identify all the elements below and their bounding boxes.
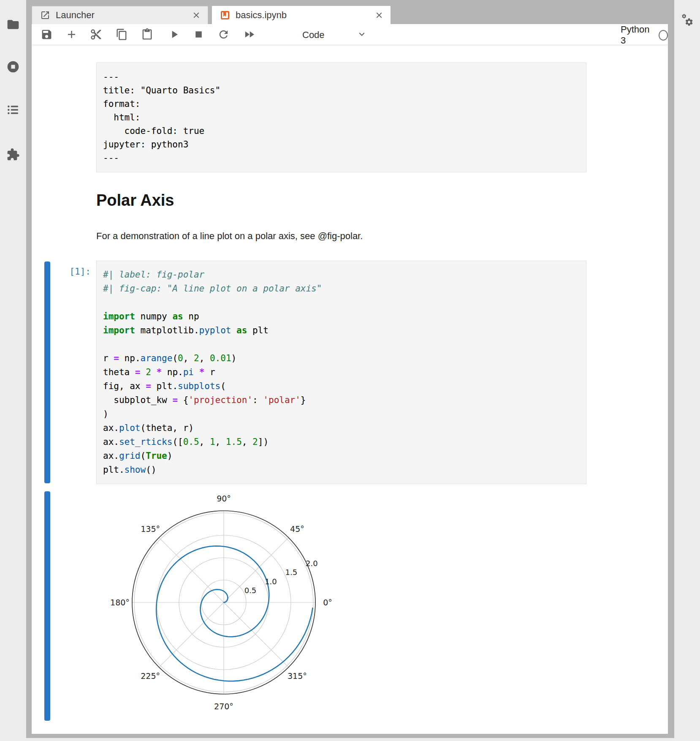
markdown-heading: Polar Axis [96,191,174,210]
folder-icon [6,18,20,33]
property-inspector-button[interactable] [674,8,700,35]
restart-kernel-button[interactable] [216,28,231,42]
yaml-line: code-fold: true [103,124,580,138]
output-cell-collapser[interactable] [44,491,50,721]
cell-type-label: Code [302,30,325,41]
theta-tick-label: 315° [288,671,307,681]
theta-tick-label: 45° [290,524,304,534]
code-line: ax.grid(True) [103,449,580,463]
run-cell-button[interactable] [167,28,181,42]
scissors-icon [90,28,102,42]
running-sessions-button[interactable] [0,54,26,81]
kernel-name-label: Python 3 [621,24,652,46]
status-bar [0,738,700,741]
save-button[interactable] [39,28,54,42]
cell-type-dropdown[interactable]: Code [302,28,325,42]
stop-circle-icon [6,60,20,75]
code-line: plt.show() [103,463,580,477]
markdown-paragraph: For a demonstration of a line plot on a … [96,231,363,242]
r-tick-label: 1.5 [285,568,298,577]
yaml-cell-editor[interactable]: ---title: "Quarto Basics"format: html: c… [96,63,586,172]
code-line [103,338,580,351]
restart-icon [217,28,230,42]
tab-launcher[interactable]: Launcher [32,6,208,24]
yaml-line: html: [103,111,580,124]
notebook-icon [220,10,231,21]
cell-type-dropdown-chevron[interactable] [355,28,369,42]
plus-icon [65,28,78,42]
yaml-line: --- [103,151,580,165]
run-icon [168,28,180,42]
code-line: import numpy as np [103,310,580,324]
restart-run-all-button[interactable] [242,28,256,42]
yaml-line: jupyter: python3 [103,138,580,151]
gears-icon [681,14,694,29]
yaml-line: --- [103,70,580,84]
code-line [103,296,580,310]
code-line: #| fig-cap: "A line plot on a polar axis… [103,282,580,296]
notebook-toolbar: Code Python 3 [32,24,668,45]
code-line: subplot_kw = {'projection': 'polar'} [103,393,580,407]
cut-cell-button[interactable] [89,28,103,42]
code-cell-editor[interactable]: #| label: fig-polar#| fig-cap: "A line p… [96,261,586,484]
puzzle-icon [6,148,20,163]
yaml-line: title: "Quarto Basics" [103,84,580,97]
code-line: ax.plot(theta, r) [103,421,580,435]
external-link-icon [40,10,51,21]
theta-tick-label: 270° [214,702,233,711]
theta-tick-label: 180° [110,598,130,607]
code-line: ) [103,407,580,421]
code-line: theta = 2 * np.pi * r [103,365,580,379]
yaml-line: format: [103,97,580,111]
copy-cell-button[interactable] [114,28,129,42]
theta-tick-label: 0° [323,598,332,607]
chevron-down-icon [356,29,367,41]
fast-forward-icon [243,28,255,42]
code-line: import matplotlib.pyplot as plt [103,324,580,338]
tab-notebook-label: basics.ipynb [236,10,374,21]
execution-count-prompt: [1]: [25,267,91,277]
save-icon [41,28,53,42]
theta-tick-label: 225° [141,671,160,681]
copy-icon [116,28,128,42]
code-line: #| label: fig-polar [103,268,580,282]
r-tick-label: 2.0 [306,559,318,568]
left-sidebar [0,0,26,738]
r-tick-label: 0.5 [244,586,257,595]
tab-notebook[interactable]: basics.ipynb [212,6,391,24]
paste-cell-button[interactable] [140,28,154,42]
close-icon[interactable] [374,10,385,21]
theta-tick-label: 135° [141,524,160,534]
add-cell-button[interactable] [64,28,79,42]
kernel-status-icon [659,30,668,41]
r-tick-label: 1.0 [265,577,277,586]
tab-launcher-label: Launcher [56,10,191,21]
stop-icon [193,28,205,42]
close-icon[interactable] [191,10,202,21]
right-sidebar [674,0,700,738]
table-of-contents-button[interactable] [0,97,26,124]
kernel-indicator[interactable]: Python 3 [621,28,668,42]
input-cell-collapser[interactable] [44,262,50,483]
list-icon [6,103,20,118]
code-line: fig, ax = plt.subplots( [103,379,580,393]
extensions-button[interactable] [0,142,26,169]
code-line: ax.set_rticks([0.5, 1, 1.5, 2]) [103,435,580,449]
interrupt-kernel-button[interactable] [191,28,206,42]
polar-plot: 0°45°90°135°180°225°270°315°0.51.01.52.0 [106,490,342,718]
file-browser-button[interactable] [0,12,26,39]
theta-tick-label: 90° [217,494,231,503]
paste-icon [141,28,153,42]
code-line: r = np.arange(0, 2, 0.01) [103,351,580,365]
